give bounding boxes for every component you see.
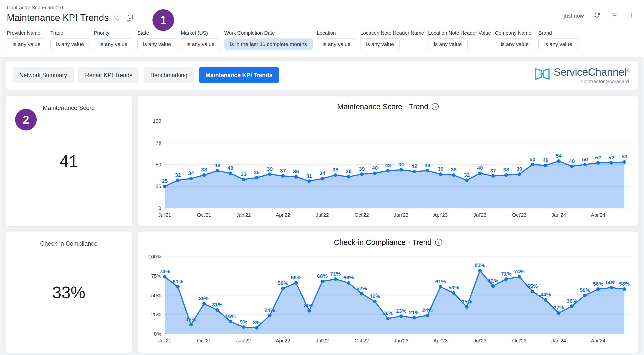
data-point[interactable]	[426, 169, 429, 172]
data-point[interactable]	[610, 286, 613, 289]
filter-value-chip[interactable]: is any value	[7, 38, 46, 50]
filter-value-chip[interactable]: is any value	[50, 38, 90, 50]
data-point[interactable]	[517, 172, 521, 176]
x-tick-label: Apr'23	[433, 338, 448, 343]
breadcrumb[interactable]: Contractor Scorecard 2.0	[7, 5, 637, 11]
data-point[interactable]	[307, 180, 311, 183]
tab-maintenance-kpi-trends[interactable]: Maintenance KPI Trends	[199, 67, 279, 83]
data-point[interactable]	[334, 173, 337, 177]
checkin-compliance-trend-chart[interactable]: 0%25%50%75%100%74%Jul'2161%12%39%Oct'213…	[143, 248, 633, 346]
info-icon[interactable]: i	[432, 103, 439, 110]
data-point[interactable]	[202, 173, 206, 177]
data-point[interactable]	[360, 172, 364, 176]
data-point[interactable]	[426, 314, 429, 317]
filter-value-chip[interactable]: is any value	[181, 38, 220, 50]
data-point[interactable]	[268, 172, 272, 176]
data-point[interactable]	[517, 275, 521, 279]
data-point-label: 24%	[422, 307, 433, 313]
data-point[interactable]	[583, 163, 587, 166]
filter-value-chip[interactable]: is any value	[137, 38, 177, 50]
data-point[interactable]	[268, 314, 272, 317]
data-point[interactable]	[439, 172, 442, 176]
data-point[interactable]	[373, 171, 377, 175]
data-point[interactable]	[491, 284, 495, 288]
filter-value-chip[interactable]: is any value	[317, 38, 356, 50]
data-point[interactable]	[610, 161, 613, 165]
data-point[interactable]	[294, 281, 298, 285]
data-point[interactable]	[623, 287, 626, 291]
data-point[interactable]	[531, 163, 534, 166]
data-point[interactable]	[386, 169, 390, 172]
data-point[interactable]	[439, 285, 442, 289]
data-point[interactable]	[478, 269, 482, 272]
data-point[interactable]	[544, 298, 547, 302]
data-point[interactable]	[478, 171, 482, 175]
data-point[interactable]	[399, 315, 403, 318]
copy-to-board-icon[interactable]	[126, 14, 134, 22]
tab-repair-kpi-trends[interactable]: Repair KPI Trends	[78, 67, 139, 83]
data-point[interactable]	[360, 292, 364, 295]
tab-network-summary[interactable]: Network Summary	[13, 67, 74, 83]
info-icon[interactable]: i	[435, 239, 442, 246]
data-point[interactable]	[465, 179, 469, 182]
data-point[interactable]	[596, 287, 600, 291]
data-point[interactable]	[163, 275, 167, 279]
data-point[interactable]	[504, 277, 508, 281]
data-point[interactable]	[294, 175, 298, 179]
data-point[interactable]	[334, 277, 337, 281]
data-point[interactable]	[452, 173, 455, 177]
filter-value-chip[interactable]: is any value	[94, 38, 133, 50]
kebab-menu-icon[interactable]	[628, 11, 635, 20]
data-point[interactable]	[413, 316, 416, 320]
filter-value-chip[interactable]: is any value	[495, 38, 535, 50]
data-point[interactable]	[557, 159, 560, 163]
data-point[interactable]	[229, 320, 232, 323]
data-point[interactable]	[320, 280, 324, 283]
data-point[interactable]	[570, 165, 574, 168]
data-point[interactable]	[176, 285, 180, 289]
refresh-button[interactable]	[593, 11, 601, 20]
data-point[interactable]	[281, 287, 285, 290]
data-point[interactable]	[386, 317, 390, 320]
data-point[interactable]	[216, 308, 219, 312]
data-point[interactable]	[596, 161, 600, 165]
filter-value-chip[interactable]: is in the last 36 complete months	[224, 38, 313, 50]
dashboard-filters-icon[interactable]	[611, 11, 619, 20]
data-point[interactable]	[413, 170, 416, 173]
data-point[interactable]	[229, 171, 232, 175]
x-tick-label: Oct'23	[512, 338, 527, 343]
data-point[interactable]	[557, 311, 560, 315]
data-point[interactable]	[491, 174, 495, 178]
data-point[interactable]	[570, 304, 574, 308]
data-point[interactable]	[583, 294, 587, 297]
data-point[interactable]	[347, 175, 350, 179]
data-point[interactable]	[202, 302, 206, 305]
data-point[interactable]	[216, 169, 219, 172]
data-point[interactable]	[452, 291, 455, 295]
data-point[interactable]	[623, 160, 626, 164]
data-point[interactable]	[399, 168, 403, 171]
data-point[interactable]	[255, 326, 258, 330]
filter-value-chip[interactable]: is any value	[538, 38, 578, 50]
data-point[interactable]	[242, 325, 245, 329]
data-point[interactable]	[320, 177, 324, 180]
data-point[interactable]	[189, 323, 193, 326]
data-point[interactable]	[281, 174, 285, 178]
data-point[interactable]	[242, 178, 245, 181]
maintenance-score-trend-chart[interactable]: 025507510025Jul'21323438Oct'21434033Jan'…	[143, 112, 633, 220]
data-point[interactable]	[504, 173, 508, 177]
filter-value-chip[interactable]: is any value	[428, 38, 468, 50]
data-point[interactable]	[347, 281, 350, 285]
favorite-heart-icon[interactable]: ♡	[114, 14, 121, 22]
data-point[interactable]	[163, 185, 167, 188]
filter-value-chip[interactable]: is any value	[360, 38, 400, 50]
data-point[interactable]	[531, 290, 534, 293]
data-point[interactable]	[307, 309, 311, 313]
tab-benchmarking[interactable]: Benchmarking	[144, 67, 194, 83]
data-point[interactable]	[189, 177, 193, 180]
data-point[interactable]	[255, 176, 258, 180]
data-point[interactable]	[544, 164, 547, 167]
data-point[interactable]	[465, 305, 469, 309]
data-point[interactable]	[373, 300, 377, 303]
data-point[interactable]	[176, 179, 180, 182]
